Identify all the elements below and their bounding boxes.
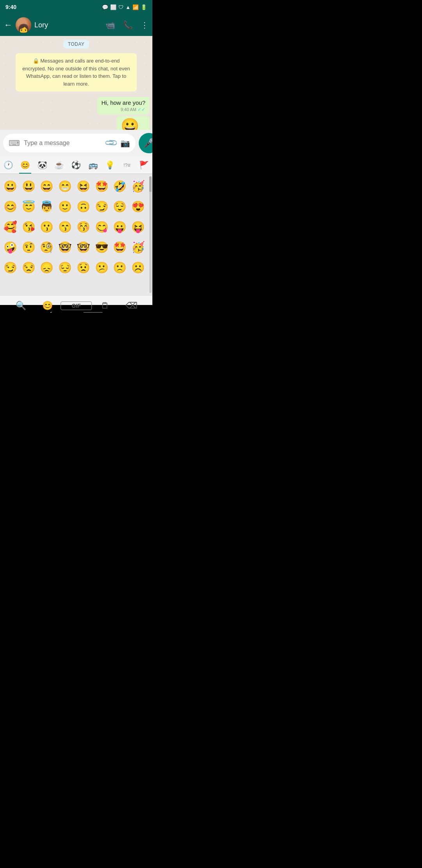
emoji-cell[interactable]: 😗 <box>38 217 56 237</box>
message-bubble-sent[interactable]: Hi, how are you? 9:40 AM ✓✓ <box>97 97 149 115</box>
emoji-cell[interactable]: 😍 <box>129 197 147 216</box>
emoji-cell[interactable]: 😎 <box>93 237 111 257</box>
phone-call-button[interactable]: 📞 <box>123 20 133 30</box>
attach-icon[interactable]: 📎 <box>104 136 118 150</box>
wifi-icon: ▲ <box>125 4 131 10</box>
tab-food[interactable]: ☕ <box>51 156 68 174</box>
emoji-cell[interactable]: 😒 <box>20 258 38 277</box>
emoji-cell[interactable]: 😏 <box>93 197 111 216</box>
emoji-cell[interactable]: 😝 <box>129 217 147 237</box>
emoji-cell[interactable]: 😋 <box>93 217 111 237</box>
vpn-icon: 🛡 <box>118 4 123 10</box>
emoji-cell[interactable]: 😏 <box>2 258 19 277</box>
contact-name[interactable]: Lory <box>34 21 102 29</box>
mic-button[interactable]: 🎤 <box>139 133 152 153</box>
header-actions: 📹 📞 ⋮ <box>106 20 148 30</box>
emoji-cell[interactable]: 🤣 <box>111 176 129 196</box>
emoji-cell[interactable]: 😔 <box>56 258 74 277</box>
emoji-cell[interactable]: 👼 <box>38 197 56 216</box>
emoji-cell[interactable]: 😊 <box>2 197 19 216</box>
tab-flags[interactable]: 🚩 <box>136 156 152 174</box>
emoji-cell[interactable]: 😞 <box>38 258 56 277</box>
status-icons: 💬 ⬜ 🛡 ▲ 📶 🔋 <box>102 4 147 10</box>
emoji-cell[interactable]: 😁 <box>56 176 74 196</box>
tab-activities[interactable]: ⚽ <box>68 156 84 174</box>
emoji-cell[interactable]: 😌 <box>111 197 129 216</box>
encryption-text: 🔒 Messages and calls are end-to-end encr… <box>22 58 130 87</box>
emoji-cell[interactable]: 😛 <box>111 217 129 237</box>
emoji-cell[interactable]: 🤓 <box>75 237 92 257</box>
message-meta: 9:40 AM ✓✓ <box>101 107 145 112</box>
emoji-cell[interactable]: 😆 <box>75 176 92 196</box>
emoji-cell[interactable]: 😕 <box>93 258 111 277</box>
emoji-scroll-area: 😀 😃 😄 😁 😆 🤩 🤣 🥳 😊 😇 👼 🙂 🙃 😏 😌 😍 🥰 <box>0 174 152 295</box>
mic-icon: 🎤 <box>144 138 153 148</box>
date-badge: TODAY <box>0 36 152 52</box>
tab-objects[interactable]: 💡 <box>102 156 118 174</box>
encryption-notice[interactable]: 🔒 Messages and calls are end-to-end encr… <box>16 53 137 91</box>
message-text: Hi, how are you? <box>101 99 145 106</box>
emoji-cell[interactable]: 🙂 <box>56 197 74 216</box>
tab-smileys[interactable]: 😊 <box>17 156 34 174</box>
message-input[interactable] <box>24 140 102 147</box>
emoji-cell[interactable]: 🤨 <box>20 237 38 257</box>
status-bar: 9:40 💬 ⬜ 🛡 ▲ 📶 🔋 <box>0 0 152 14</box>
signal-icon: 📶 <box>132 4 139 10</box>
tab-animals[interactable]: 🐼 <box>34 156 51 174</box>
keyboard-icon[interactable]: ⌨ <box>9 138 20 148</box>
emoji-cell[interactable]: 😟 <box>75 258 92 277</box>
gif-button[interactable]: GIF <box>61 301 92 310</box>
emoji-cell[interactable]: 😃 <box>20 176 38 196</box>
message-input-wrap: ⌨ 📎 📷 <box>3 134 136 152</box>
emoji-cell[interactable]: 🥰 <box>2 217 19 237</box>
message-time: 9:40 AM <box>121 107 136 112</box>
emoji-cell[interactable]: 😇 <box>20 197 38 216</box>
emoji-cell[interactable]: ☹️ <box>129 258 147 277</box>
message-row-emoji: 😀 9:40 AM ✓✓ <box>3 116 149 130</box>
video-call-button[interactable]: 📹 <box>106 20 115 30</box>
message-row: Hi, how are you? 9:40 AM ✓✓ <box>3 97 149 115</box>
message-ticks: ✓✓ <box>138 107 145 112</box>
messages-list: Hi, how are you? 9:40 AM ✓✓ 😀 9:40 AM ✓✓ <box>0 95 152 130</box>
tab-travel[interactable]: 🚌 <box>85 156 102 174</box>
emoji-smiley-button[interactable]: 😊 <box>34 301 61 311</box>
nav-home-pill[interactable] <box>83 312 103 313</box>
emoji-cell[interactable]: 😀 <box>2 176 19 196</box>
sticker-button[interactable]: 🗒 <box>92 301 118 311</box>
input-bar: ⌨ 📎 📷 🎤 <box>0 130 152 156</box>
tab-recent[interactable]: 🕐 <box>0 156 17 174</box>
emoji-cell[interactable]: 🙃 <box>75 197 92 216</box>
message-notif-icon: 💬 <box>102 4 108 10</box>
status-time: 9:40 <box>5 4 16 10</box>
emoji-cell[interactable]: 🧐 <box>38 237 56 257</box>
contact-avatar[interactable]: 👩 <box>16 17 31 33</box>
emoji-cell[interactable]: 🤩 <box>93 176 111 196</box>
emoji-grid-wrap[interactable]: 😀 😃 😄 😁 😆 🤩 🤣 🥳 😊 😇 👼 🙂 🙃 😏 😌 😍 🥰 <box>0 174 148 295</box>
emoji-cell[interactable]: 🙁 <box>111 258 129 277</box>
delete-button[interactable]: ⌫ <box>118 301 145 311</box>
emoji-content: 😀 <box>121 118 139 130</box>
emoji-cell[interactable]: 😙 <box>56 217 74 237</box>
emoji-cell[interactable]: 😘 <box>20 217 38 237</box>
emoji-cell[interactable]: 😄 <box>38 176 56 196</box>
chat-area: TODAY 🔒 Messages and calls are end-to-en… <box>0 36 152 130</box>
emoji-cell[interactable]: 🥳 <box>129 237 147 257</box>
battery-icon: 🔋 <box>141 4 147 10</box>
emoji-cell[interactable]: 🤩 <box>111 237 129 257</box>
back-button[interactable]: ← <box>4 20 13 30</box>
box-icon: ⬜ <box>110 4 116 10</box>
emoji-cell[interactable]: 😚 <box>75 217 92 237</box>
emoji-cell[interactable]: 🤪 <box>2 237 19 257</box>
chat-header: ← 👩 Lory 📹 📞 ⋮ <box>0 14 152 36</box>
emoji-cell[interactable]: 🤓 <box>56 237 74 257</box>
more-options-button[interactable]: ⋮ <box>141 20 148 30</box>
emoji-grid: 😀 😃 😄 😁 😆 🤩 🤣 🥳 😊 😇 👼 🙂 🙃 😏 😌 😍 🥰 <box>2 176 147 277</box>
nav-back-button[interactable]: ‹ <box>50 309 52 313</box>
emoji-scrollbar[interactable] <box>149 176 152 293</box>
emoji-search-button[interactable]: 🔍 <box>8 301 34 311</box>
tab-symbols[interactable]: !?# <box>118 156 135 174</box>
camera-icon[interactable]: 📷 <box>120 138 130 148</box>
message-bubble-emoji[interactable]: 😀 9:40 AM ✓✓ <box>117 116 149 130</box>
date-label: TODAY <box>63 40 89 48</box>
emoji-cell[interactable]: 🥳 <box>129 176 147 196</box>
